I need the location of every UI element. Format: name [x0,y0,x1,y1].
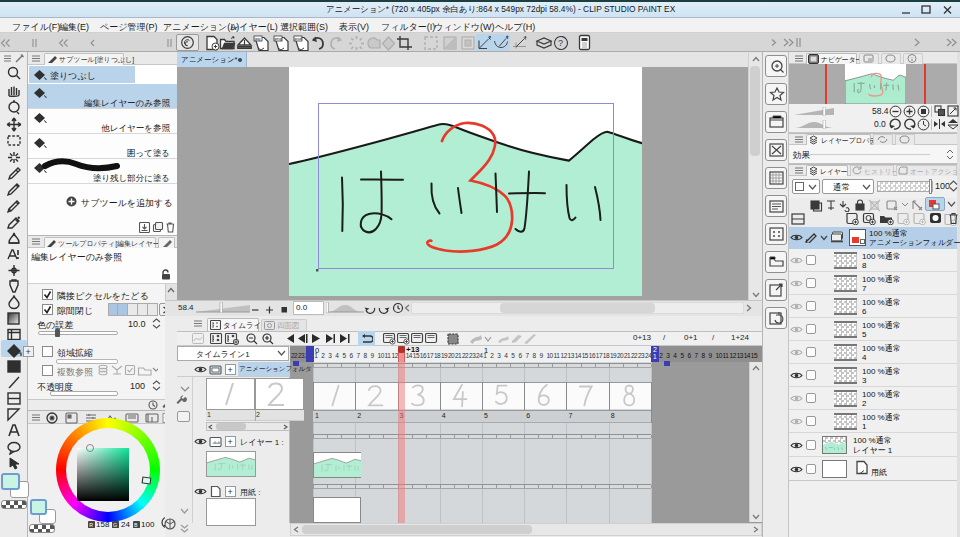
svg-text:png: png [275,36,283,41]
svg-text:G: G [113,522,117,528]
svg-text:B: B [134,522,138,528]
svg-text:jpg: jpg [254,36,261,41]
svg-text:R: R [89,522,93,528]
svg-text:psd: psd [295,36,303,41]
svg-text:?: ? [558,38,563,48]
